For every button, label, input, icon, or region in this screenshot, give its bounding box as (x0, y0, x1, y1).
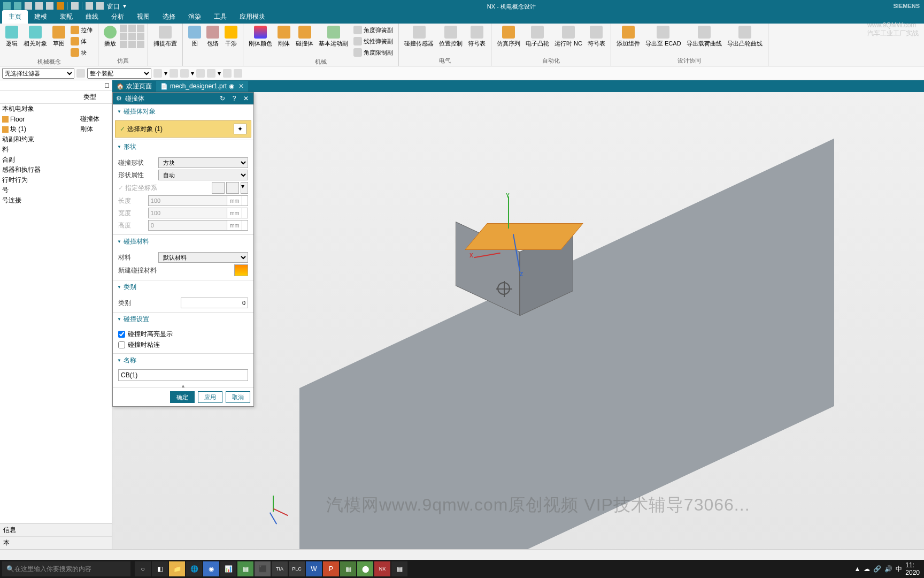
ecam-button[interactable]: 电子凸轮 (523, 25, 551, 49)
tray-icon[interactable]: ☁ (864, 565, 870, 573)
tool-icon[interactable] (196, 69, 205, 78)
tray-icon[interactable]: ▲ (854, 565, 860, 573)
file-tab[interactable]: 📄 mech_designer1.prt ◉✕ (156, 81, 248, 92)
qat-icon[interactable] (25, 2, 32, 10)
menu-tab-curve[interactable]: 曲线 (79, 10, 105, 24)
volume-icon[interactable]: 🔊 (884, 565, 892, 573)
undo-icon[interactable] (3, 2, 11, 10)
new-material-button[interactable] (234, 264, 248, 276)
play-button[interactable]: 播放 (102, 25, 119, 49)
nx-icon[interactable]: NX (374, 561, 390, 576)
section-material[interactable]: 碰撞材料 (113, 235, 253, 248)
sim-icon[interactable] (120, 25, 127, 32)
sim-icon[interactable] (120, 41, 127, 48)
sim-icon[interactable] (137, 25, 144, 32)
sim-icon[interactable] (128, 25, 136, 32)
qat-icon[interactable] (57, 2, 64, 10)
symbol-table2-button[interactable]: 符号表 (586, 25, 607, 49)
collision-sensor-button[interactable]: 碰撞传感器 (402, 25, 436, 49)
app-icon[interactable]: ▦ (237, 561, 253, 576)
highlight-checkbox[interactable] (118, 331, 125, 338)
cs-button[interactable]: ▾ (241, 182, 248, 194)
logic-button[interactable]: 逻辑 (3, 25, 20, 49)
camtasia-icon[interactable]: ⬤ (357, 561, 373, 576)
tool-icon[interactable] (234, 69, 242, 78)
sim-icon[interactable] (137, 41, 144, 48)
close-tab-icon[interactable]: ✕ (238, 82, 244, 90)
angle-spring-button[interactable]: 角度弹簧副 (351, 25, 395, 35)
extrude-button[interactable]: 拉伸 (68, 25, 95, 35)
menu-tab-analysis[interactable]: 分析 (105, 10, 130, 24)
category-input[interactable] (181, 298, 249, 308)
explorer-icon[interactable]: 📁 (169, 561, 185, 576)
details-tab[interactable]: 信息 (0, 523, 112, 536)
export-load-button[interactable]: 导出载荷曲线 (684, 25, 724, 49)
app-icon[interactable]: TIA (272, 561, 288, 576)
reset-icon[interactable]: ↻ (218, 95, 227, 102)
gear-icon[interactable]: ⚙ (116, 95, 122, 102)
height-input[interactable] (148, 220, 227, 231)
resize-grip[interactable]: ▲ (113, 383, 253, 387)
qat-icon[interactable] (96, 2, 104, 10)
cs-button[interactable] (226, 182, 239, 194)
tool-icon[interactable] (170, 69, 178, 78)
task-view-icon[interactable]: ○ (135, 561, 151, 576)
sim-icon[interactable] (128, 41, 136, 48)
angle-limit-button[interactable]: 角度限制副 (351, 47, 395, 58)
section-category[interactable]: 类别 (113, 280, 253, 294)
rigid-body-button[interactable]: 刚体 (275, 25, 292, 49)
app-icon[interactable]: ◉ (203, 561, 219, 576)
body-button[interactable]: 体 (68, 36, 95, 47)
welcome-tab[interactable]: 🏠 欢迎页面 (112, 80, 156, 93)
clock[interactable]: 11:2020 (905, 561, 920, 576)
stick-checkbox[interactable] (118, 341, 125, 348)
position-control-button[interactable]: 位置控制 (437, 25, 465, 49)
menu-tab-app[interactable]: 应用模块 (233, 10, 272, 24)
menu-tab-model[interactable]: 建模 (28, 10, 53, 24)
app-icon[interactable]: 📊 (220, 561, 236, 576)
mini-axis-triad[interactable] (262, 496, 294, 528)
close-icon[interactable]: ✕ (242, 95, 250, 102)
network-icon[interactable]: 🔗 (873, 565, 881, 573)
linear-spring-button[interactable]: 线性弹簧副 (351, 36, 395, 47)
qat-icon[interactable] (86, 2, 93, 10)
selection-filter-dropdown[interactable]: 无选择过滤器 (2, 68, 74, 79)
y-axis[interactable] (508, 196, 509, 229)
section-objects[interactable]: 碰撞体对象 (113, 105, 253, 118)
symbol-table-button[interactable]: 符号表 (466, 25, 488, 49)
tool-icon[interactable] (180, 69, 189, 78)
select-object-row[interactable]: ✓ 选择对象 (1) ✦ (115, 120, 251, 138)
viewport[interactable]: Y Z X ⚙ 碰撞体 ↻ ? ✕ (112, 92, 924, 549)
sim-sequence-button[interactable]: 仿真序列 (495, 25, 522, 49)
export-ecad-button[interactable]: 导出至 ECAD (643, 25, 683, 49)
ok-button[interactable]: 确定 (170, 391, 195, 403)
apply-button[interactable]: 应用 (198, 391, 222, 403)
basic-joint-button[interactable]: 基本运动副 (317, 25, 350, 49)
tree-col-type[interactable]: 类型 (80, 91, 99, 103)
sim-icon[interactable] (128, 33, 136, 40)
graph-button[interactable]: 图 (186, 25, 203, 49)
ppt-icon[interactable]: P (323, 561, 339, 576)
tool-icon[interactable] (223, 69, 232, 78)
cs-button[interactable] (212, 182, 225, 194)
redo-icon[interactable] (14, 2, 21, 10)
menu-tab-render[interactable]: 渲染 (182, 10, 207, 24)
filter-icon[interactable] (76, 69, 85, 78)
related-button[interactable]: 相关对象 (21, 25, 49, 49)
ime-indicator[interactable]: 中 (896, 565, 902, 574)
width-input[interactable] (148, 208, 227, 218)
spinner[interactable] (242, 220, 248, 231)
collision-body-button[interactable]: 碰撞体 (294, 25, 315, 49)
undock-icon[interactable]: ◻ (104, 81, 110, 89)
sim-icon[interactable] (137, 33, 144, 40)
spinner[interactable] (242, 195, 248, 206)
attr-dropdown[interactable]: 自动 (158, 170, 248, 180)
word-icon[interactable]: W (306, 561, 322, 576)
interference-button[interactable]: 干涉 (222, 25, 240, 49)
window-dropdown[interactable]: 窗口 (107, 2, 120, 10)
assembly-filter-dropdown[interactable]: 整个装配 (87, 68, 151, 79)
menu-tab-view[interactable]: 视图 (130, 10, 156, 24)
menu-tab-tools[interactable]: 工具 (207, 10, 233, 24)
app-icon[interactable]: ▦ (340, 561, 356, 576)
section-shape[interactable]: 形状 (113, 140, 253, 154)
